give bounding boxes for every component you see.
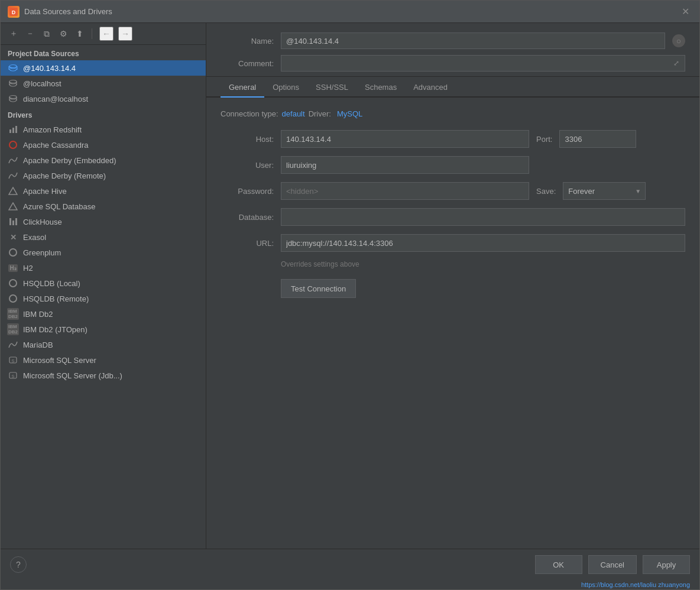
driver-item-5[interactable]: Azure SQL Database: [1, 199, 206, 214]
nav-forward-button[interactable]: →: [118, 27, 132, 41]
datasource-icon-2: [8, 93, 18, 104]
driver-item-12[interactable]: IBM DB2 IBM Db2: [1, 306, 206, 322]
driver-item-10[interactable]: HSQLDB (Local): [1, 275, 206, 291]
datasource-name-0: @140.143.14.4: [23, 64, 76, 73]
nav-back-button[interactable]: ←: [99, 27, 114, 41]
driver-name-16: Microsoft SQL Server (Jdb...): [23, 371, 122, 380]
svg-point-8: [9, 96, 17, 99]
driver-item-14[interactable]: MariaDB: [1, 337, 206, 352]
driver-name-9: H2: [23, 264, 33, 273]
save-select-wrap: Forever For session Never Until restart …: [563, 182, 646, 200]
url-section: URL: Overrides settings above: [221, 234, 685, 268]
driver-icon-3: [8, 170, 18, 181]
user-input[interactable]: [281, 156, 529, 174]
csdn-link[interactable]: https://blog.csdn.net/laoliu zhuanyong: [581, 581, 690, 588]
port-label: Port:: [536, 135, 552, 144]
driver-value[interactable]: MySQL: [337, 109, 362, 118]
datasource-item-0[interactable]: @140.143.14.4: [1, 60, 206, 76]
tab-general[interactable]: General: [221, 77, 264, 98]
save-label: Save:: [536, 187, 556, 196]
driver-item-2[interactable]: Apache Derby (Embedded): [1, 153, 206, 168]
driver-name-3: Apache Derby (Remote): [23, 171, 106, 180]
tab-bar: General Options SSH/SSL Schemas Advanced: [206, 77, 699, 98]
add-button[interactable]: ＋: [7, 27, 21, 41]
driver-item-8[interactable]: Greenplum: [1, 245, 206, 260]
driver-item-4[interactable]: Apache Hive: [1, 183, 206, 199]
password-input[interactable]: [281, 182, 529, 200]
driver-icon-1: [8, 140, 18, 150]
datasource-name-1: @localhost: [23, 79, 61, 88]
cancel-button[interactable]: Cancel: [588, 555, 637, 574]
settings-button[interactable]: ⚙: [56, 27, 70, 41]
driver-name-15: Microsoft SQL Server: [23, 356, 96, 365]
tab-ssh-ssl[interactable]: SSH/SSL: [307, 77, 357, 98]
driver-item-13[interactable]: IBM DB2 IBM Db2 (JTOpen): [1, 322, 206, 337]
port-input[interactable]: [559, 130, 636, 148]
export-button[interactable]: ⬆: [73, 27, 87, 41]
driver-item-1[interactable]: Apache Cassandra: [1, 137, 206, 153]
driver-name-5: Azure SQL Database: [23, 202, 95, 211]
driver-item-7[interactable]: ✕ Exasol: [1, 229, 206, 245]
name-input[interactable]: [281, 33, 665, 49]
driver-icon-8: [8, 247, 18, 258]
user-label: User:: [221, 161, 274, 170]
test-connection-button[interactable]: Test Connection: [281, 279, 356, 298]
host-input[interactable]: [281, 130, 529, 148]
tab-options[interactable]: Options: [264, 77, 307, 98]
driver-icon-6: [8, 216, 18, 227]
driver-icon-2: [8, 155, 18, 166]
driver-name-11: HSQLDB (Remote): [23, 294, 89, 303]
apply-button[interactable]: Apply: [643, 555, 690, 574]
name-action-button[interactable]: ○: [672, 34, 685, 47]
driver-item-11[interactable]: HSQLDB (Remote): [1, 291, 206, 306]
save-select[interactable]: Forever For session Never Until restart: [563, 182, 646, 200]
toolbar-separator: [92, 28, 92, 39]
driver-item-6[interactable]: ClickHouse: [1, 214, 206, 229]
driver-item-15[interactable]: S Microsoft SQL Server: [1, 352, 206, 368]
url-row: URL:: [221, 234, 685, 252]
driver-item-3[interactable]: Apache Derby (Remote): [1, 168, 206, 183]
tab-advanced[interactable]: Advanced: [405, 77, 456, 98]
datasource-item-1[interactable]: @localhost: [1, 76, 206, 91]
duplicate-button[interactable]: ⧉: [40, 27, 54, 41]
driver-label: Driver:: [309, 109, 331, 118]
database-label: Database:: [221, 213, 274, 222]
close-button[interactable]: ✕: [678, 5, 692, 19]
conn-type-label: Connection type:: [221, 109, 278, 118]
driver-item-16[interactable]: S Microsoft SQL Server (Jdb...): [1, 368, 206, 383]
svg-text:S: S: [11, 358, 14, 364]
help-button[interactable]: ?: [10, 556, 27, 573]
driver-item-0[interactable]: Amazon Redshift: [1, 122, 206, 137]
comment-row: Comment: ⤢: [221, 55, 685, 72]
expand-comment-button[interactable]: ⤢: [670, 57, 682, 69]
app-icon: D: [8, 6, 20, 18]
comment-input[interactable]: [286, 59, 670, 68]
driver-name-2: Apache Derby (Embedded): [23, 156, 116, 165]
bottom-bar: ? OK Cancel Apply: [1, 549, 699, 580]
driver-name-4: Apache Hive: [23, 187, 67, 196]
left-toolbar: ＋ － ⧉ ⚙ ⬆ ← →: [1, 23, 206, 45]
conn-type-value[interactable]: default: [282, 109, 305, 118]
bottom-info-link: https://blog.csdn.net/laoliu zhuanyong: [1, 580, 699, 589]
datasource-icon-0: [8, 63, 18, 73]
datasource-item-2[interactable]: diancan@localhost: [1, 91, 206, 106]
comment-input-wrap: ⤢: [281, 55, 685, 72]
driver-icon-11: [8, 293, 18, 304]
form-body: Connection type: default Driver: MySQL H…: [206, 98, 699, 549]
ok-button[interactable]: OK: [535, 555, 582, 574]
driver-icon-16: S: [8, 370, 18, 381]
remove-button[interactable]: －: [23, 27, 37, 41]
left-scroll-area: Project Data Sources @140.143.14.4: [1, 45, 206, 549]
svg-text:S: S: [11, 374, 14, 379]
tab-schemas[interactable]: Schemas: [357, 77, 405, 98]
main-content: ＋ － ⧉ ⚙ ⬆ ← → Project Data Sources: [1, 23, 699, 549]
host-label: Host:: [221, 135, 274, 144]
driver-icon-9: H₂: [8, 262, 18, 273]
database-input[interactable]: [281, 208, 685, 226]
url-input[interactable]: [281, 234, 685, 252]
window-title: Data Sources and Drivers: [24, 7, 112, 16]
left-panel: ＋ － ⧉ ⚙ ⬆ ← → Project Data Sources: [1, 23, 206, 549]
database-row: Database:: [221, 208, 685, 226]
driver-icon-12: IBM DB2: [8, 309, 18, 319]
driver-item-9[interactable]: H₂ H2: [1, 260, 206, 275]
